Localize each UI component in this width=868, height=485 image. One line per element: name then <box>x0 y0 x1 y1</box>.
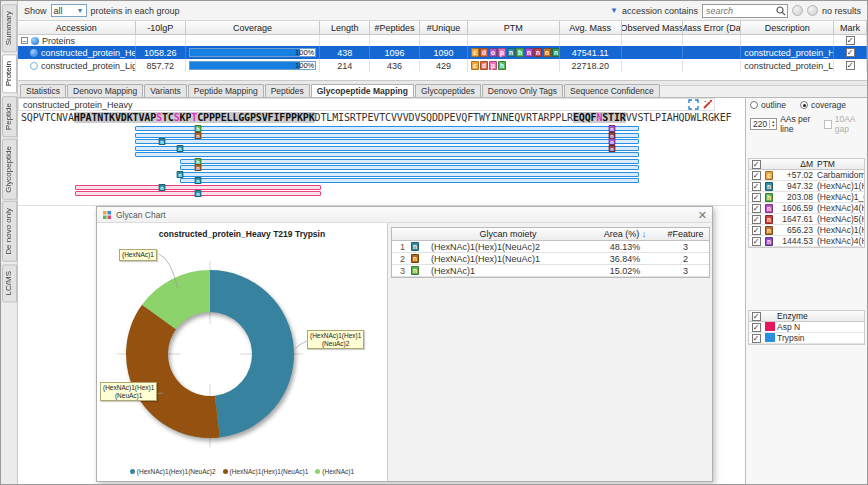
column-header-avg-mass[interactable]: Avg. Mass <box>560 21 622 34</box>
glycan-site-badge[interactable]: n <box>177 171 184 178</box>
ptm-badge[interactable]: n <box>507 48 515 57</box>
tools-icon[interactable] <box>702 99 713 110</box>
ptm-badge[interactable]: o <box>489 48 497 57</box>
glycan-feature-header[interactable]: #Feature <box>662 229 709 239</box>
column-header-accession[interactable]: Accession <box>18 21 136 34</box>
search-next-button[interactable] <box>807 5 818 16</box>
sidebar-tab-summary[interactable]: Summary <box>2 4 17 52</box>
ptm-row[interactable]: ✓n947.32(HexNAc)1(Hex)1(N... <box>749 181 864 192</box>
aas-spinner[interactable]: 220 ▲▼ <box>750 118 777 130</box>
ptm-checkbox[interactable]: ✓ <box>752 182 761 191</box>
glycan-site-badge[interactable]: n <box>177 145 184 152</box>
donut-slice-0[interactable] <box>210 270 294 437</box>
glycan-moiety-header[interactable]: Glycan moiety <box>428 229 588 239</box>
peptide-bar[interactable] <box>180 172 639 177</box>
ptm-checkbox[interactable]: ✓ <box>752 226 761 235</box>
spinner-arrows-icon[interactable]: ▲▼ <box>769 120 776 128</box>
peptide-bar[interactable] <box>135 152 639 157</box>
column-header-description[interactable]: Description <box>741 21 834 34</box>
view-tab-denovo-only-tags[interactable]: Denovo Only Tags <box>482 84 563 97</box>
peptide-bar[interactable] <box>75 185 321 190</box>
select-all-checkbox[interactable]: ✓ <box>752 312 761 321</box>
view-tab-denovo-mapping[interactable]: Denovo Mapping <box>67 84 143 97</box>
ptm-row[interactable]: ✓n1606.59(HexNAc)4(Hex)4(F... <box>749 203 864 214</box>
ptm-badge[interactable]: n <box>534 48 542 57</box>
ptm-row[interactable]: ✓h203.08(HexNAc)1_60001 <box>749 192 864 203</box>
protein-row-constructed_protein_Heavy[interactable]: constructed_protein_Heavy1058.26100%4381… <box>18 46 867 59</box>
close-icon[interactable]: ✕ <box>698 210 707 220</box>
ptm-row[interactable]: ✓n1647.61(HexNAc)5(Hex)3(F... <box>749 214 864 225</box>
column-header-coverage[interactable]: Coverage <box>186 21 321 34</box>
mark-checkbox[interactable]: ✓ <box>846 36 855 45</box>
column-header-ptm[interactable]: PTM <box>468 21 560 34</box>
sidebar-tab-protein[interactable]: Protein <box>2 54 17 93</box>
ptm-badge[interactable]: d <box>480 61 488 70</box>
column-header-observed-mass[interactable]: Observed Mass <box>622 21 684 34</box>
ptm-row[interactable]: ✓n1444.53(HexNAc)4(Hex)3(F... <box>749 236 864 247</box>
column-header-mark[interactable]: Mark <box>834 21 867 34</box>
gap-checkbox[interactable] <box>824 120 831 129</box>
view-tab-peptides[interactable]: Peptides <box>265 84 310 97</box>
column-header--peptides[interactable]: #Peptides <box>370 21 420 34</box>
peptide-bar[interactable] <box>135 133 639 138</box>
filter-chevron-icon[interactable]: ▼ <box>610 6 618 15</box>
ptm-badge[interactable]: h <box>498 61 506 70</box>
ptm-checkbox[interactable]: ✓ <box>752 193 761 202</box>
sidebar-tab-peptide[interactable]: Peptide <box>2 96 17 137</box>
ptm-badge[interactable]: d <box>480 48 488 57</box>
glycan-site-badge[interactable]: n <box>195 132 202 139</box>
mark-checkbox[interactable]: ✓ <box>846 61 855 70</box>
peptide-bar[interactable] <box>180 165 639 170</box>
glycan-area-header[interactable]: Area (%) ↓ <box>588 229 662 239</box>
enzyme-checkbox[interactable]: ✓ <box>752 334 761 343</box>
ptm-row[interactable]: ✓c+57.02Carbamidomethylation <box>749 170 864 181</box>
column-header--10lgp[interactable]: -10lgP <box>136 21 186 34</box>
column-header-length[interactable]: Length <box>320 21 370 34</box>
ptm-badge[interactable]: n <box>552 48 560 57</box>
sidebar-tab-lc-ms[interactable]: LC/MS <box>2 264 17 302</box>
peptide-bar[interactable] <box>135 139 639 144</box>
glycan-site-badge[interactable]: n <box>195 190 202 197</box>
enzyme-row-trypsin[interactable]: ✓Trypsin <box>749 333 864 344</box>
view-tab-peptide-mapping[interactable]: Peptide Mapping <box>188 84 264 97</box>
ptm-badge[interactable]: n <box>543 48 551 57</box>
ptm-checkbox[interactable]: ✓ <box>752 237 761 246</box>
protein-row-constructed_protein_Light[interactable]: constructed_protein_Light857.72100%21443… <box>18 59 867 72</box>
view-tab-sequence-confidence[interactable]: Sequence Confidence <box>564 84 660 97</box>
glycan-table-row[interactable]: 2n(HexNAc)1(Hex)1(NeuAc)136.84%2 <box>392 253 709 265</box>
ptm-badge[interactable]: p <box>498 48 506 57</box>
ptm-checkbox[interactable]: ✓ <box>752 204 761 213</box>
peptide-bar[interactable] <box>135 126 639 131</box>
view-tab-variants[interactable]: Variants <box>144 84 187 97</box>
ptm-badge[interactable]: c <box>471 48 479 57</box>
coverage-radio[interactable] <box>800 101 808 109</box>
view-tab-glycopeptides[interactable]: Glycopeptides <box>415 84 481 97</box>
ptm-checkbox[interactable]: ✓ <box>752 215 761 224</box>
glycan-window-titlebar[interactable]: Glycan Chart ✕ <box>97 207 712 223</box>
view-tab-glycopeptide-mapping[interactable]: Glycopeptide Mapping <box>311 84 414 97</box>
column-header-mass-error-da-[interactable]: Mass Error (Da) <box>683 21 741 34</box>
ptm-badge[interactable]: n <box>525 48 533 57</box>
protein-group-row[interactable]: –Proteins✓ <box>18 35 867 46</box>
tree-collapse-icon[interactable]: – <box>21 37 28 44</box>
glycan-site-badge[interactable]: n <box>609 145 616 152</box>
peptide-bar[interactable] <box>180 178 639 183</box>
mark-checkbox[interactable]: ✓ <box>846 48 855 57</box>
show-proteins-select[interactable]: all ▼ <box>51 4 87 17</box>
ptm-badge[interactable]: h <box>516 48 524 57</box>
select-all-checkbox[interactable]: ✓ <box>752 160 761 169</box>
glycan-table-row[interactable]: 1n(HexNAc)1(Hex)1(NeuAc)248.13%3 <box>392 241 709 253</box>
ptm-row[interactable]: ✓n656.23(HexNAc)1(Hex)1(N... <box>749 225 864 236</box>
glycan-site-badge[interactable]: n <box>159 138 166 145</box>
glycan-site-badge[interactable]: n <box>195 177 202 184</box>
peptide-bar[interactable] <box>135 146 639 151</box>
expand-view-icon[interactable] <box>688 99 699 110</box>
enzyme-row-asp-n[interactable]: ✓Asp N <box>749 322 864 333</box>
protein-sequence[interactable]: SQPVTCNVAHPATNTKVDKTVAPSTCSKPTCPPPELLGGP… <box>21 112 731 123</box>
outline-radio[interactable] <box>750 101 758 109</box>
sidebar-tab-de-novo-only[interactable]: De novo only <box>2 201 17 262</box>
sidebar-tab-glycopeptide[interactable]: Glycopeptide <box>2 139 17 200</box>
ptm-checkbox[interactable]: ✓ <box>752 171 761 180</box>
peptide-bar[interactable] <box>180 159 639 164</box>
donut-chart[interactable] <box>97 223 387 481</box>
